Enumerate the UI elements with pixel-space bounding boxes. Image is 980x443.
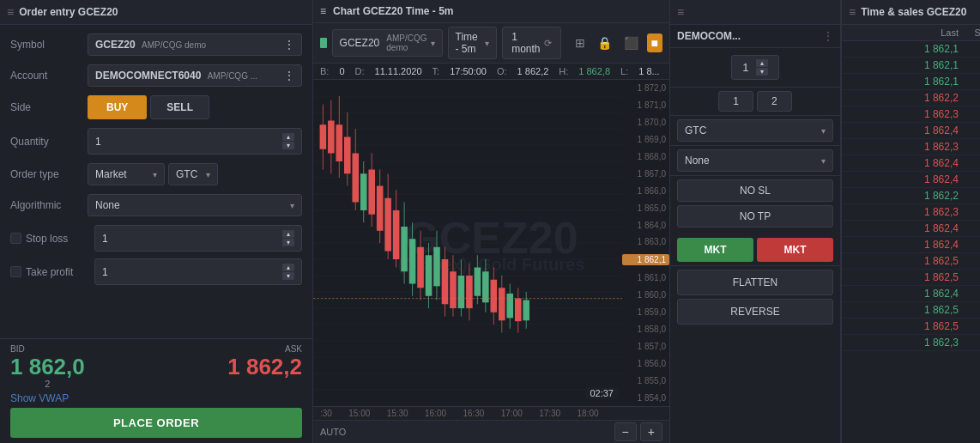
position-gtc-chevron <box>821 124 826 137</box>
place-order-button[interactable]: PLACE ORDER <box>10 408 302 438</box>
time-label-0: :30 <box>320 409 332 418</box>
ts-price: 1 862,3 <box>849 141 959 153</box>
position-qty-increment[interactable]: ▴ <box>756 59 768 67</box>
quantity-decrement[interactable]: ▾ <box>282 142 294 149</box>
symbol-select[interactable]: GCEZ20 AMP/CQG demo ⋮ <box>88 33 302 56</box>
position-btn-1[interactable]: 1 <box>718 91 753 112</box>
sell-button[interactable]: SELL <box>150 95 209 119</box>
take-profit-checkbox[interactable] <box>10 266 21 277</box>
chart-zoom-out-button[interactable]: − <box>614 422 637 441</box>
position-header: ≡ <box>670 0 840 25</box>
take-profit-decrement[interactable]: ▾ <box>282 272 294 280</box>
algorithmic-field: None <box>88 194 302 216</box>
svg-rect-58 <box>475 268 481 296</box>
chart-info-high: 1 862,8 <box>578 66 610 76</box>
order-entry-body: Symbol GCEZ20 AMP/CQG demo ⋮ Account DEM… <box>0 25 312 338</box>
time-sales-row: 1 862,2 1 <box>842 90 980 106</box>
order-entry-menu-icon[interactable]: ≡ <box>7 5 14 19</box>
chart-grid-button[interactable]: ⊞ <box>572 33 589 53</box>
ts-size: 1 <box>959 157 980 169</box>
ts-size: 2 <box>959 288 980 300</box>
chart-body[interactable]: GCEZ20 (Globex): Gold Futures 1 872,0 1 … <box>313 80 669 406</box>
ts-price: 1 862,4 <box>849 124 959 137</box>
symbol-dots-icon[interactable]: ⋮ <box>284 39 294 51</box>
chart-bottom-controls: AUTO − + <box>313 420 669 443</box>
ts-price: 1 862,4 <box>849 157 959 169</box>
position-btn-2[interactable]: 2 <box>757 91 792 112</box>
position-reverse-button[interactable]: REVERSE <box>677 299 833 325</box>
position-none-dropdown[interactable]: None <box>677 149 833 172</box>
stop-loss-stepper[interactable]: ▴ ▾ <box>282 230 294 246</box>
algorithmic-dropdown[interactable]: None <box>88 194 302 216</box>
svg-rect-40 <box>401 227 408 271</box>
take-profit-increment[interactable]: ▴ <box>282 264 294 271</box>
stop-loss-checkbox[interactable] <box>10 233 21 244</box>
position-gtc-dropdown[interactable]: GTC <box>677 119 833 142</box>
chart-time-badge: 02:37 <box>585 387 618 399</box>
price-scale-14: 1 859,0 <box>622 307 669 317</box>
bid-ask-row: BID 1 862,0 2 ASK 1 862,2 <box>10 344 302 389</box>
svg-rect-30 <box>360 173 367 210</box>
chart-menu-icon[interactable]: ≡ <box>320 5 326 17</box>
stop-loss-increment[interactable]: ▴ <box>282 230 294 238</box>
ts-price: 1 862,3 <box>849 108 959 120</box>
time-label-5: 17:00 <box>501 409 523 418</box>
position-account-dots[interactable]: ⋮ <box>823 30 833 42</box>
svg-rect-46 <box>426 255 433 296</box>
order-tif-dropdown[interactable]: GTC <box>168 163 218 185</box>
take-profit-checkbox-label[interactable]: Take profit <box>10 266 88 278</box>
chart-info-date: 11.11.2020 <box>375 66 422 76</box>
time-sales-row: 1 862,1 1 <box>842 58 980 74</box>
stop-loss-decrement[interactable]: ▾ <box>282 239 294 246</box>
side-label: Side <box>10 101 88 113</box>
position-none-chevron <box>821 155 826 167</box>
position-mkt-sell-button[interactable]: MKT <box>757 238 833 262</box>
ts-price: 1 862,4 <box>849 173 959 185</box>
show-vwap-label[interactable]: Show VWAP <box>10 389 69 408</box>
stop-loss-checkbox-label[interactable]: Stop loss <box>10 233 88 245</box>
order-type-value: Market <box>95 168 127 180</box>
order-type-label: Order type <box>10 168 88 180</box>
chart-lock-button[interactable]: 🔒 <box>594 33 615 53</box>
position-qty-row: 1 ▴ ▾ <box>670 48 840 88</box>
position-no-sl-button[interactable]: NO SL <box>677 179 833 202</box>
position-menu-icon[interactable]: ≡ <box>677 5 684 19</box>
quantity-increment[interactable]: ▴ <box>282 133 294 141</box>
svg-rect-32 <box>368 170 375 215</box>
price-scale-9: 1 864,0 <box>622 221 669 230</box>
position-mkt-buy-button[interactable]: MKT <box>677 238 753 262</box>
price-scale-18: 1 855,0 <box>622 376 669 385</box>
ts-price: 1 862,3 <box>849 337 959 349</box>
chart-period-button[interactable]: 1 month ⟳ <box>502 27 560 59</box>
position-qty-decrement[interactable]: ▾ <box>756 68 768 76</box>
time-sales-row: 1 862,4 1 <box>842 155 980 172</box>
price-scale-15: 1 858,0 <box>622 325 669 334</box>
show-vwap-link[interactable]: Show VWAP <box>10 392 302 404</box>
ts-size: 1 <box>959 222 980 234</box>
chart-symbol-value: GCEZ20 <box>340 37 380 49</box>
order-type-dropdown[interactable]: Market <box>88 163 165 185</box>
position-gtc-value: GTC <box>685 124 706 137</box>
time-sales-column-headers: Last Size <box>842 25 980 41</box>
take-profit-stepper[interactable]: ▴ ▾ <box>282 264 294 280</box>
buy-button[interactable]: BUY <box>88 95 147 119</box>
position-qty-stepper[interactable]: ▴ ▾ <box>756 59 768 76</box>
chart-orange-button[interactable]: ■ <box>647 33 662 52</box>
chart-symbol-chevron: ▾ <box>431 39 435 48</box>
chart-symbol-dropdown[interactable]: GCEZ20 AMP/CQG demo ▾ <box>332 29 443 57</box>
position-no-tp-button[interactable]: NO TP <box>677 205 833 228</box>
svg-rect-20 <box>320 124 327 149</box>
chart-zoom-in-button[interactable]: + <box>640 422 662 441</box>
position-flatten-button[interactable]: FLATTEN <box>677 270 833 295</box>
account-dots-icon[interactable]: ⋮ <box>284 70 294 82</box>
chart-screenshot-button[interactable]: ⬛ <box>620 33 642 53</box>
take-profit-input-box: 1 ▴ ▾ <box>94 258 302 285</box>
time-sales-menu-icon[interactable]: ≡ <box>849 5 856 19</box>
position-qty-box: 1 ▴ ▾ <box>731 55 778 80</box>
time-sales-row: 1 862,3 1 <box>842 106 980 123</box>
quantity-stepper[interactable]: ▴ ▾ <box>282 133 294 149</box>
price-scale-4: 1 869,0 <box>622 135 669 144</box>
chart-timeframe-dropdown[interactable]: Time - 5m ▾ <box>448 27 498 59</box>
account-select[interactable]: DEMOCOMNECT6040 AMP/CQG ... ⋮ <box>88 64 302 87</box>
ts-size: 1 <box>959 76 980 88</box>
